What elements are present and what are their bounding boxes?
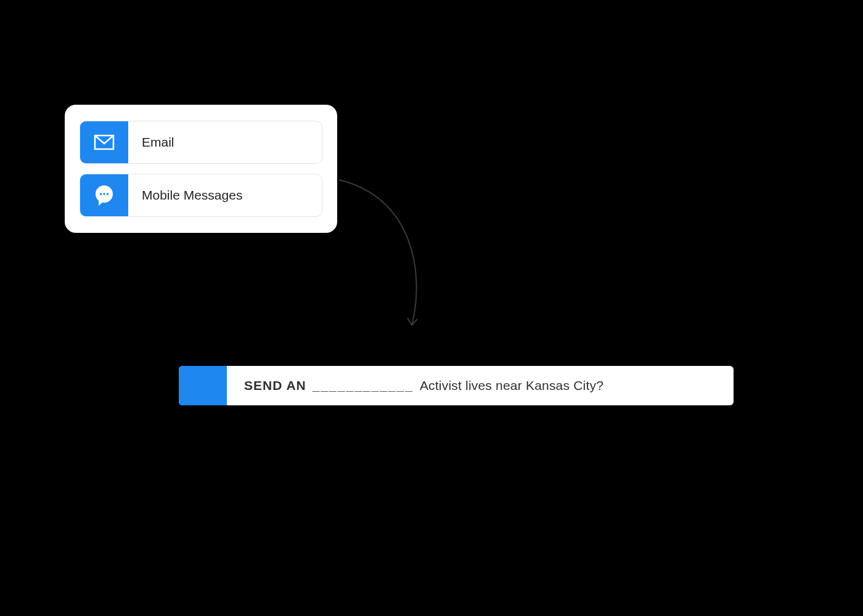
option-email-label: Email xyxy=(128,121,322,163)
action-blank: ____________ xyxy=(313,378,414,393)
option-mobile-messages[interactable]: Mobile Messages xyxy=(80,174,322,217)
action-bar-text: SEND AN ____________ Activist lives near… xyxy=(227,366,734,405)
option-mobile-label: Mobile Messages xyxy=(128,174,322,216)
stage: { "colors": { "accent": "#1e87f0", "text… xyxy=(0,0,863,616)
envelope-icon xyxy=(80,121,128,163)
action-prefix: SEND AN xyxy=(244,378,306,393)
action-bar-accent xyxy=(179,366,227,405)
connector-arrow-icon xyxy=(338,179,443,339)
chat-bubble-icon xyxy=(80,174,128,216)
svg-point-3 xyxy=(103,193,105,195)
option-email[interactable]: Email xyxy=(80,121,322,164)
action-bar[interactable]: SEND AN ____________ Activist lives near… xyxy=(179,366,734,405)
options-card: Email Mobile Messages xyxy=(65,105,337,233)
svg-point-4 xyxy=(107,193,109,195)
action-suffix: Activist lives near Kansas City? xyxy=(420,378,603,393)
svg-point-2 xyxy=(100,193,102,195)
